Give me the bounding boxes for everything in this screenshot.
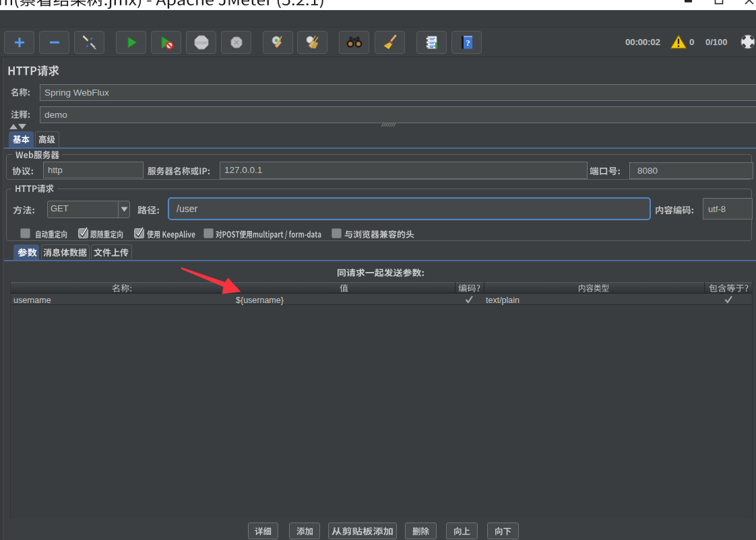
svg-text:STOP: STOP (195, 41, 206, 45)
svg-text:?: ? (466, 38, 470, 48)
